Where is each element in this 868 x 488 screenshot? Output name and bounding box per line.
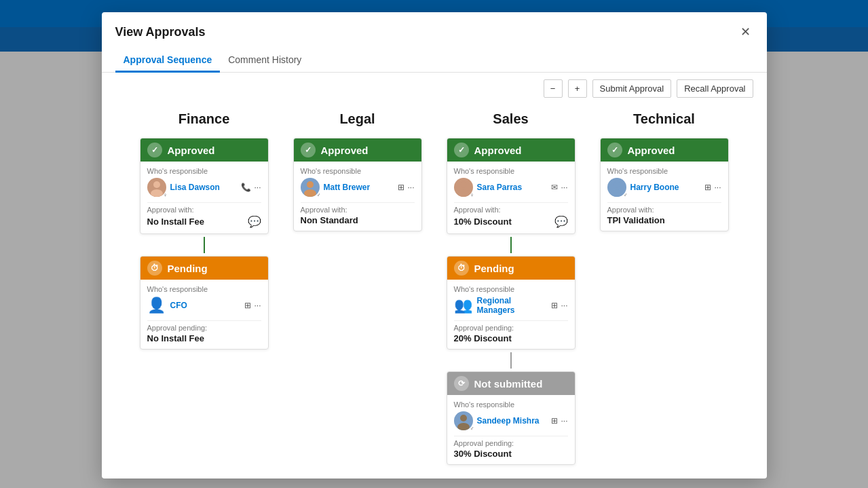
sales-divider — [454, 202, 568, 203]
finance-approval-value: No Install Fee — [147, 217, 205, 227]
legal-who-label: Who's responsible — [301, 167, 415, 175]
technical-approved-status: Approved — [628, 145, 675, 156]
technical-card-icons: ⊞ ··· — [704, 183, 721, 192]
sales-notsubmitted-person-info: ♂ Sandeep Mishra — [454, 411, 540, 430]
sales-connector-2 — [510, 352, 512, 369]
legal-teams-icon[interactable]: ⊞ — [398, 183, 404, 192]
more-icon-2[interactable]: ··· — [254, 301, 261, 310]
modal-title: View Approvals — [115, 25, 206, 39]
legal-person-name[interactable]: Matt Brewer — [324, 183, 371, 192]
sales-person-row: ♀ Sara Parras ✉ ··· — [454, 178, 568, 197]
legal-approval-label: Approval with: — [301, 206, 415, 214]
legal-approved-header: ✓ Approved — [294, 138, 421, 162]
legal-avatar-wrapper: ♂ — [301, 178, 320, 197]
finance-group-icon: 👤 — [147, 296, 166, 315]
sales-notsubmitted-label: Approval pending: — [454, 439, 568, 447]
technical-approval-label: Approval with: — [607, 206, 721, 214]
sales-pending-person-name[interactable]: Regional Managers — [476, 296, 551, 315]
finance-connector — [204, 237, 205, 253]
tab-comment-history[interactable]: Comment History — [220, 49, 309, 73]
finance-approved-body: Who's responsible — [140, 162, 268, 233]
finance-pending-value: No Install Fee — [147, 333, 205, 343]
sales-approved-header: ✓ Approved — [447, 138, 575, 162]
sales-spinner-icon: ⟳ — [454, 376, 469, 391]
svg-point-6 — [460, 181, 467, 188]
teams-icon[interactable]: ⊞ — [244, 301, 251, 310]
recall-approval-button[interactable]: Recall Approval — [677, 79, 753, 98]
finance-person-name[interactable]: Lisa Dawson — [170, 183, 220, 192]
legal-approval-row: Non Standard — [301, 215, 415, 225]
finance-avatar-wrapper: ♀ — [147, 178, 166, 197]
finance-pending-icons: ⊞ ··· — [244, 301, 261, 310]
sales-pending-body: Who's responsible 👥 Regional Managers ⊞ … — [447, 280, 575, 349]
technical-check-icon: ✓ — [607, 143, 622, 157]
svg-point-7 — [457, 189, 470, 197]
column-technical: Technical ✓ Approved Who's responsible — [593, 111, 736, 465]
sales-approved-body: Who's responsible — [447, 162, 575, 233]
technical-who-label: Who's responsible — [607, 167, 721, 175]
finance-pending-person-info: 👤 CFO — [147, 296, 187, 315]
technical-approval-row: TPI Validation — [607, 215, 721, 225]
sales-pending-divider — [454, 320, 568, 321]
sales-pending-row: 20% Discount — [454, 333, 568, 343]
zoom-in-button[interactable]: + — [568, 79, 587, 98]
tab-approval-sequence[interactable]: Approval Sequence — [115, 49, 221, 73]
legal-person-info: ♂ Matt Brewer — [301, 178, 371, 197]
legal-approved-card: ✓ Approved Who's responsible — [293, 138, 422, 231]
sales-person-name[interactable]: Sara Parras — [477, 183, 523, 192]
sales-notsubmitted-more-icon[interactable]: ··· — [561, 416, 567, 426]
sales-notsubmitted-divider — [454, 436, 568, 436]
sales-notsubmitted-teams-icon[interactable]: ⊞ — [551, 416, 558, 426]
sales-more-icon[interactable]: ··· — [561, 183, 567, 192]
finance-pending-person-name[interactable]: CFO — [170, 301, 187, 310]
technical-person-name[interactable]: Harry Boone — [630, 183, 679, 192]
phone-icon[interactable]: 📞 — [241, 183, 251, 192]
column-header-finance: Finance — [178, 111, 230, 127]
modal-overlay: View Approvals ✕ Approval Sequence Comme… — [0, 0, 868, 488]
sales-notsubmitted-person-row: ♂ Sandeep Mishra ⊞ ··· — [454, 411, 568, 430]
sales-pending-more-icon[interactable]: ··· — [561, 301, 567, 310]
sales-email-icon[interactable]: ✉ — [551, 183, 558, 192]
modal-content: Finance ✓ Approved Who's responsible — [102, 105, 767, 478]
sales-comment-icon[interactable]: 💬 — [554, 215, 568, 228]
finance-pending-body: Who's responsible 👤 CFO ⊞ ··· — [140, 280, 268, 349]
sales-pending-who-label: Who's responsible — [454, 285, 568, 293]
technical-approved-body: Who's responsible — [601, 162, 728, 231]
close-button[interactable]: ✕ — [738, 23, 753, 41]
technical-approved-header: ✓ Approved — [601, 138, 728, 162]
finance-approved-header: ✓ Approved — [140, 138, 268, 162]
column-header-legal: Legal — [339, 111, 375, 127]
sales-notsubmitted-gender-badge: ♂ — [470, 426, 474, 432]
svg-point-9 — [457, 423, 470, 430]
sales-pending-person-row: 👥 Regional Managers ⊞ ··· — [454, 296, 568, 315]
sales-approved-card: ✓ Approved Who's responsible — [447, 138, 575, 234]
technical-approval-value: TPI Validation — [607, 215, 665, 225]
sales-pending-header: ⏱ Pending — [447, 257, 575, 280]
legal-more-icon[interactable]: ··· — [407, 183, 414, 192]
finance-comment-icon[interactable]: 💬 — [248, 215, 261, 228]
sales-notsubmitted-person-name[interactable]: Sandeep Mishra — [477, 416, 540, 426]
technical-more-icon[interactable]: ··· — [714, 183, 721, 192]
sales-notsubmitted-value: 30% Discount — [454, 449, 512, 459]
more-icon[interactable]: ··· — [254, 183, 261, 192]
sales-gender-badge: ♀ — [470, 192, 474, 198]
column-header-technical: Technical — [633, 111, 695, 127]
sales-clock-icon: ⏱ — [454, 261, 469, 276]
legal-approval-value: Non Standard — [301, 215, 358, 225]
sales-pending-person-info: 👥 Regional Managers — [454, 296, 552, 315]
technical-teams-icon[interactable]: ⊞ — [704, 183, 711, 192]
sales-notsubmitted-icons: ⊞ ··· — [551, 416, 567, 426]
svg-point-8 — [460, 415, 467, 421]
zoom-out-button[interactable]: − — [544, 79, 563, 98]
modal-toolbar: − + Submit Approval Recall Approval — [102, 73, 767, 105]
technical-gender-badge: ♂ — [624, 192, 628, 198]
svg-point-5 — [304, 189, 316, 197]
finance-pending-who-label: Who's responsible — [147, 285, 261, 293]
svg-point-10 — [614, 181, 620, 188]
legal-person-row: ♂ Matt Brewer ⊞ ··· — [301, 178, 415, 197]
sales-notsubmitted-status: Not submitted — [474, 378, 543, 390]
sales-pending-teams-icon[interactable]: ⊞ — [551, 301, 558, 310]
sales-notsubmitted-card: ⟳ Not submitted Who's responsible — [447, 371, 575, 465]
finance-card-icons: 📞 ··· — [241, 183, 261, 192]
submit-approval-button[interactable]: Submit Approval — [592, 79, 672, 98]
